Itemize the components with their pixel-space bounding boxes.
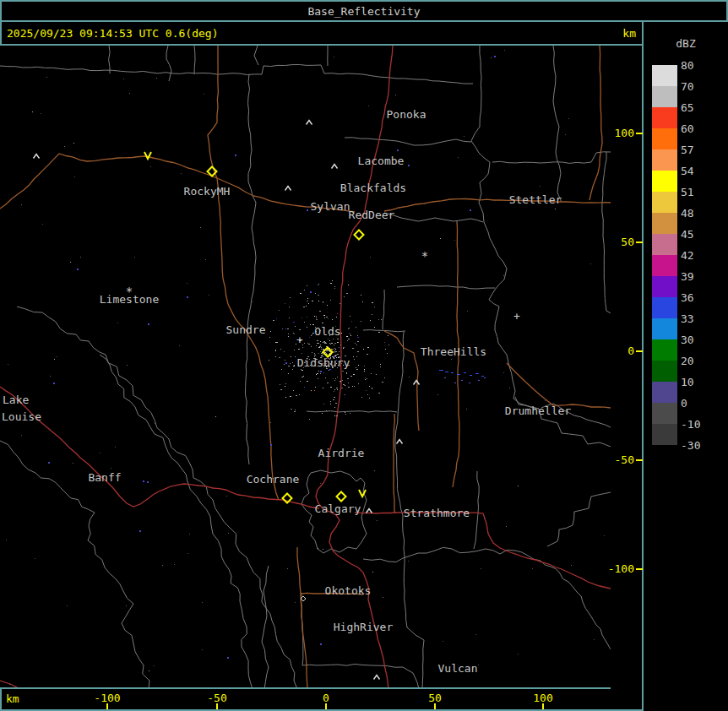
echo-streak [454, 383, 456, 383]
radar-clutter-dot [323, 341, 325, 342]
radar-clutter-dot [303, 376, 304, 377]
echo-streak [444, 377, 446, 378]
legend-value-label: -30 [681, 439, 714, 452]
radar-clutter-dot [356, 345, 357, 345]
noise-speck [370, 257, 371, 258]
radar-clutter-dot [288, 373, 289, 374]
radar-clutter-dot [326, 317, 328, 318]
radar-clutter-dot [318, 378, 318, 379]
noise-speck [600, 74, 600, 75]
caret-icon [307, 121, 312, 125]
radar-clutter-dot [341, 333, 342, 334]
radar-clutter-dot [349, 328, 350, 328]
title-bar: Base_Reflectivity [0, 0, 728, 22]
noise-speck [464, 136, 465, 137]
city-label: Didsbury [297, 356, 350, 369]
legend-value-label: 39 [681, 270, 714, 283]
noise-speck [8, 364, 8, 365]
radar-clutter-dot [353, 374, 355, 375]
noise-speck [21, 204, 22, 205]
radar-clutter-dot [307, 285, 307, 286]
city-label: Lake [3, 393, 29, 406]
noise-speck [605, 298, 606, 299]
radar-map[interactable]: PonokaLacombeBlackfaldsSylvanRedDeerStet… [0, 46, 611, 687]
radar-clutter-dot [355, 343, 356, 344]
noise-speck [377, 520, 378, 521]
radar-clutter-dot [325, 377, 326, 378]
diamond-icon [337, 492, 346, 502]
radar-clutter-dot [276, 318, 277, 319]
radar-clutter-dot [276, 342, 278, 343]
highway-brown [0, 154, 355, 212]
legend-swatch [652, 276, 677, 297]
highway-brown [208, 46, 218, 178]
noise-speck [70, 262, 71, 263]
radar-clutter-dot [314, 390, 315, 391]
boundary-line [474, 471, 479, 549]
radar-clutter-dot [365, 377, 366, 378]
echo-streak [445, 372, 448, 372]
radar-clutter-dot [328, 318, 329, 319]
x-tick-mark [434, 703, 436, 709]
radar-clutter-dot [324, 342, 326, 343]
noise-speck [383, 597, 383, 598]
radar-clutter-dot [294, 365, 295, 366]
radar-clutter-dot [288, 334, 289, 334]
legend-swatch [652, 339, 677, 361]
radar-clutter-dot [370, 320, 371, 321]
echo-streak [470, 375, 472, 376]
radar-clutter-dot [288, 336, 289, 337]
boundary-line [492, 152, 611, 164]
boundary-line [383, 290, 384, 329]
noise-speck [228, 533, 229, 534]
legend-swatch [652, 149, 677, 171]
noise-speck [202, 649, 203, 650]
highway-brown [384, 199, 611, 212]
plus-marker: + [513, 310, 520, 323]
noise-speck [150, 166, 151, 167]
legend-swatch [652, 192, 677, 213]
legend-value-label: 45 [681, 228, 714, 241]
city-label: Banff [88, 471, 121, 484]
map-canvas[interactable]: PonokaLacombeBlackfaldsSylvanRedDeerStet… [0, 46, 611, 687]
radar-clutter-dot [346, 372, 347, 373]
radar-clutter-dot [293, 333, 294, 334]
color-scale-title: dBZ [644, 37, 728, 50]
radar-clutter-dot [288, 366, 290, 366]
noise-speck [154, 665, 155, 666]
radar-clutter-dot [350, 334, 350, 334]
radar-clutter-dot [344, 296, 345, 297]
radar-clutter-dot [350, 335, 351, 336]
caret-icon [285, 187, 291, 191]
noise-speck [454, 240, 455, 241]
radar-clutter-dot [308, 344, 310, 345]
noise-speck [174, 564, 175, 565]
legend-value-label: 0 [681, 397, 714, 410]
noise-speck [451, 359, 452, 360]
radar-clutter-dot [293, 390, 294, 391]
radar-clutter-dot [345, 414, 346, 415]
noise-speck [9, 684, 10, 685]
noise-speck [302, 318, 302, 318]
noise-speck [187, 283, 187, 284]
noise-speck [565, 134, 566, 135]
noise-speck [532, 568, 533, 569]
legend-value-label: 10 [681, 376, 714, 388]
noise-speck [320, 643, 322, 645]
noise-speck [111, 468, 111, 469]
y-tick-label: 0 [585, 345, 634, 357]
noise-speck [35, 558, 35, 559]
echo-streak [469, 383, 470, 383]
city-label: Sundre [226, 323, 266, 336]
radar-clutter-dot [350, 376, 352, 377]
noise-speck [200, 227, 201, 228]
radar-clutter-dot [321, 347, 322, 348]
radar-clutter-dot [336, 388, 338, 388]
radar-clutter-dot [316, 374, 317, 375]
radar-clutter-dot [319, 311, 320, 312]
noise-speck [143, 480, 144, 482]
radar-clutter-dot [387, 353, 388, 354]
radar-clutter-dot [324, 343, 325, 344]
radar-clutter-dot [301, 369, 302, 370]
radar-clutter-dot [329, 351, 330, 352]
